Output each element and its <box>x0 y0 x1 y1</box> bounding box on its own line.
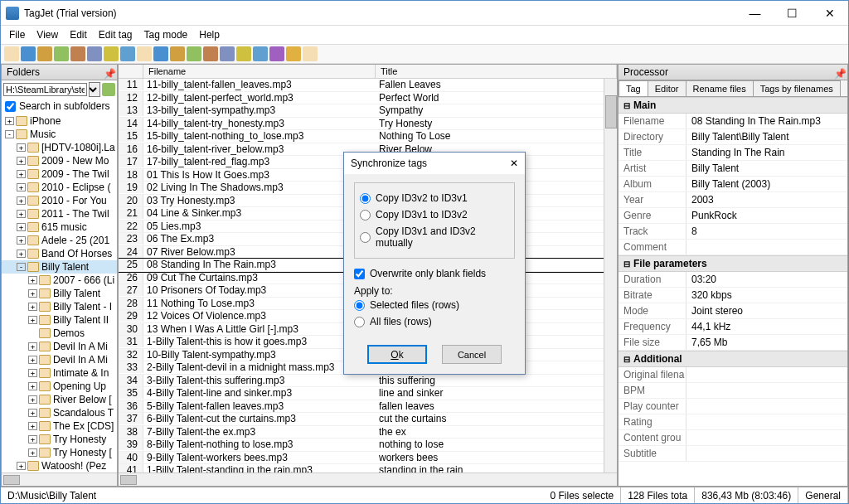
radio-id3v2-to-id3v1[interactable] <box>360 193 371 204</box>
apply-to-label: Apply to: <box>354 285 515 297</box>
dialog-backdrop: Synchronize tags ✕ Copy ID3v2 to ID3v1 C… <box>0 0 849 504</box>
synchronize-tags-dialog: Synchronize tags ✕ Copy ID3v2 to ID3v1 C… <box>343 152 526 375</box>
overwrite-checkbox[interactable] <box>354 269 365 279</box>
cancel-button[interactable]: Cancel <box>442 345 502 364</box>
radio-mutual[interactable] <box>360 232 371 243</box>
radio-all-files[interactable] <box>354 317 365 327</box>
dialog-close-icon[interactable]: ✕ <box>510 158 518 169</box>
ok-button[interactable]: Ok <box>367 345 427 364</box>
radio-selected-files[interactable] <box>354 300 365 311</box>
copy-mode-group: Copy ID3v2 to ID3v1 Copy ID3v1 to ID3v2 … <box>354 182 515 259</box>
radio-id3v1-to-id3v2[interactable] <box>360 210 371 220</box>
dialog-title: Synchronize tags <box>351 158 427 169</box>
